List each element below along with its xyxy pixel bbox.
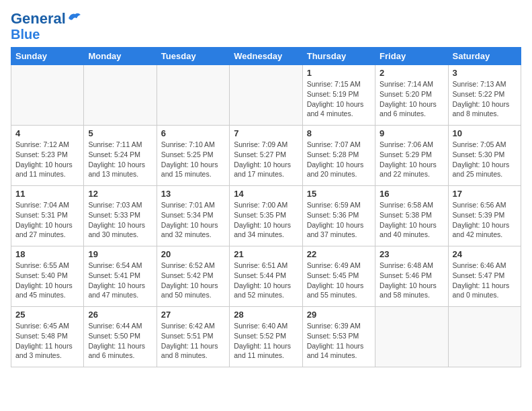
day-number: 17 <box>453 189 517 199</box>
calendar-week-2: 4Sunrise: 7:12 AM Sunset: 5:23 PM Daylig… <box>11 126 521 186</box>
calendar-cell: 7Sunrise: 7:09 AM Sunset: 5:27 PM Daylig… <box>230 126 302 186</box>
calendar-cell: 21Sunrise: 6:51 AM Sunset: 5:44 PM Dayli… <box>230 246 302 307</box>
day-info: Sunrise: 6:55 AM Sunset: 5:40 PM Dayligh… <box>15 261 79 300</box>
calendar-cell <box>84 65 157 126</box>
calendar-cell: 10Sunrise: 7:05 AM Sunset: 5:30 PM Dayli… <box>448 126 521 186</box>
day-info: Sunrise: 6:42 AM Sunset: 5:51 PM Dayligh… <box>161 321 225 361</box>
day-number: 29 <box>307 310 371 320</box>
calendar-cell: 2Sunrise: 7:14 AM Sunset: 5:20 PM Daylig… <box>375 65 448 126</box>
calendar-week-4: 18Sunrise: 6:55 AM Sunset: 5:40 PM Dayli… <box>11 246 521 307</box>
day-number: 22 <box>307 249 371 259</box>
day-info: Sunrise: 7:03 AM Sunset: 5:33 PM Dayligh… <box>88 200 152 240</box>
day-number: 2 <box>380 68 443 78</box>
day-info: Sunrise: 7:10 AM Sunset: 5:25 PM Dayligh… <box>161 140 225 179</box>
day-info: Sunrise: 7:00 AM Sunset: 5:35 PM Dayligh… <box>234 200 298 240</box>
day-header-tuesday: Tuesday <box>157 48 229 65</box>
day-info: Sunrise: 7:11 AM Sunset: 5:24 PM Dayligh… <box>88 140 152 179</box>
page-header: General Blue <box>11 11 521 42</box>
day-number: 10 <box>453 128 517 138</box>
day-header-wednesday: Wednesday <box>230 48 302 65</box>
calendar-cell: 18Sunrise: 6:55 AM Sunset: 5:40 PM Dayli… <box>11 246 84 307</box>
calendar-cell: 29Sunrise: 6:39 AM Sunset: 5:53 PM Dayli… <box>302 307 375 367</box>
day-number: 23 <box>380 249 443 259</box>
calendar-cell <box>448 307 521 367</box>
day-number: 13 <box>161 189 225 199</box>
calendar-cell: 28Sunrise: 6:40 AM Sunset: 5:52 PM Dayli… <box>230 307 302 367</box>
calendar-cell <box>230 65 302 126</box>
day-number: 5 <box>88 128 152 138</box>
calendar-week-5: 25Sunrise: 6:45 AM Sunset: 5:48 PM Dayli… <box>11 307 521 367</box>
day-info: Sunrise: 7:09 AM Sunset: 5:27 PM Dayligh… <box>234 140 298 179</box>
day-header-sunday: Sunday <box>11 48 84 65</box>
day-number: 21 <box>234 249 298 259</box>
calendar-cell: 25Sunrise: 6:45 AM Sunset: 5:48 PM Dayli… <box>11 307 84 367</box>
calendar-cell: 23Sunrise: 6:48 AM Sunset: 5:46 PM Dayli… <box>375 246 448 307</box>
day-info: Sunrise: 6:56 AM Sunset: 5:39 PM Dayligh… <box>453 200 517 240</box>
day-info: Sunrise: 6:59 AM Sunset: 5:36 PM Dayligh… <box>307 200 371 240</box>
day-number: 27 <box>161 310 225 320</box>
calendar-cell: 11Sunrise: 7:04 AM Sunset: 5:31 PM Dayli… <box>11 186 84 246</box>
calendar-week-1: 1Sunrise: 7:15 AM Sunset: 5:19 PM Daylig… <box>11 65 521 126</box>
day-number: 28 <box>234 310 298 320</box>
day-info: Sunrise: 6:54 AM Sunset: 5:41 PM Dayligh… <box>88 261 152 300</box>
day-number: 15 <box>307 189 371 199</box>
calendar-cell: 16Sunrise: 6:58 AM Sunset: 5:38 PM Dayli… <box>375 186 448 246</box>
calendar-cell <box>11 65 84 126</box>
day-info: Sunrise: 6:40 AM Sunset: 5:52 PM Dayligh… <box>234 321 298 361</box>
day-info: Sunrise: 6:52 AM Sunset: 5:42 PM Dayligh… <box>161 261 225 300</box>
day-number: 20 <box>161 249 225 259</box>
day-info: Sunrise: 7:04 AM Sunset: 5:31 PM Dayligh… <box>15 200 79 240</box>
calendar-cell: 19Sunrise: 6:54 AM Sunset: 5:41 PM Dayli… <box>84 246 157 307</box>
calendar-cell: 24Sunrise: 6:46 AM Sunset: 5:47 PM Dayli… <box>448 246 521 307</box>
calendar-cell: 4Sunrise: 7:12 AM Sunset: 5:23 PM Daylig… <box>11 126 84 186</box>
day-info: Sunrise: 6:44 AM Sunset: 5:50 PM Dayligh… <box>88 321 152 361</box>
day-header-thursday: Thursday <box>302 48 375 65</box>
day-number: 16 <box>380 189 443 199</box>
day-info: Sunrise: 7:14 AM Sunset: 5:20 PM Dayligh… <box>380 79 443 119</box>
day-header-monday: Monday <box>84 48 157 65</box>
day-info: Sunrise: 6:48 AM Sunset: 5:46 PM Dayligh… <box>380 261 443 300</box>
calendar-cell: 1Sunrise: 7:15 AM Sunset: 5:19 PM Daylig… <box>302 65 375 126</box>
day-info: Sunrise: 7:07 AM Sunset: 5:28 PM Dayligh… <box>307 140 371 179</box>
calendar-cell: 9Sunrise: 7:06 AM Sunset: 5:29 PM Daylig… <box>375 126 448 186</box>
day-number: 7 <box>234 128 298 138</box>
day-info: Sunrise: 7:05 AM Sunset: 5:30 PM Dayligh… <box>453 140 517 179</box>
logo-text: General <box>11 11 66 27</box>
day-info: Sunrise: 6:45 AM Sunset: 5:48 PM Dayligh… <box>15 321 79 361</box>
day-info: Sunrise: 6:58 AM Sunset: 5:38 PM Dayligh… <box>380 200 443 240</box>
day-number: 11 <box>15 189 79 199</box>
calendar-cell: 27Sunrise: 6:42 AM Sunset: 5:51 PM Dayli… <box>157 307 229 367</box>
calendar-cell: 17Sunrise: 6:56 AM Sunset: 5:39 PM Dayli… <box>448 186 521 246</box>
day-number: 26 <box>88 310 152 320</box>
day-info: Sunrise: 7:06 AM Sunset: 5:29 PM Dayligh… <box>380 140 443 179</box>
day-number: 19 <box>88 249 152 259</box>
day-info: Sunrise: 6:46 AM Sunset: 5:47 PM Dayligh… <box>453 261 517 300</box>
day-number: 6 <box>161 128 225 138</box>
day-header-saturday: Saturday <box>448 48 521 65</box>
day-info: Sunrise: 7:13 AM Sunset: 5:22 PM Dayligh… <box>453 79 517 119</box>
day-number: 3 <box>453 68 517 78</box>
calendar-week-3: 11Sunrise: 7:04 AM Sunset: 5:31 PM Dayli… <box>11 186 521 246</box>
day-number: 4 <box>15 128 79 138</box>
calendar-cell: 26Sunrise: 6:44 AM Sunset: 5:50 PM Dayli… <box>84 307 157 367</box>
calendar-cell: 12Sunrise: 7:03 AM Sunset: 5:33 PM Dayli… <box>84 186 157 246</box>
calendar-cell: 3Sunrise: 7:13 AM Sunset: 5:22 PM Daylig… <box>448 65 521 126</box>
calendar-cell: 6Sunrise: 7:10 AM Sunset: 5:25 PM Daylig… <box>157 126 229 186</box>
day-number: 14 <box>234 189 298 199</box>
calendar-cell: 8Sunrise: 7:07 AM Sunset: 5:28 PM Daylig… <box>302 126 375 186</box>
day-header-friday: Friday <box>375 48 448 65</box>
calendar-cell: 15Sunrise: 6:59 AM Sunset: 5:36 PM Dayli… <box>302 186 375 246</box>
calendar-cell: 22Sunrise: 6:49 AM Sunset: 5:45 PM Dayli… <box>302 246 375 307</box>
day-number: 18 <box>15 249 79 259</box>
header-row: SundayMondayTuesdayWednesdayThursdayFrid… <box>11 48 521 65</box>
day-number: 12 <box>88 189 152 199</box>
calendar-cell: 13Sunrise: 7:01 AM Sunset: 5:34 PM Dayli… <box>157 186 229 246</box>
logo: General Blue <box>11 11 82 42</box>
day-number: 8 <box>307 128 371 138</box>
calendar-cell: 5Sunrise: 7:11 AM Sunset: 5:24 PM Daylig… <box>84 126 157 186</box>
calendar-table: SundayMondayTuesdayWednesdayThursdayFrid… <box>11 47 521 367</box>
logo-blue: Blue <box>11 27 40 42</box>
day-info: Sunrise: 7:12 AM Sunset: 5:23 PM Dayligh… <box>15 140 79 179</box>
day-info: Sunrise: 6:51 AM Sunset: 5:44 PM Dayligh… <box>234 261 298 300</box>
day-info: Sunrise: 6:49 AM Sunset: 5:45 PM Dayligh… <box>307 261 371 300</box>
